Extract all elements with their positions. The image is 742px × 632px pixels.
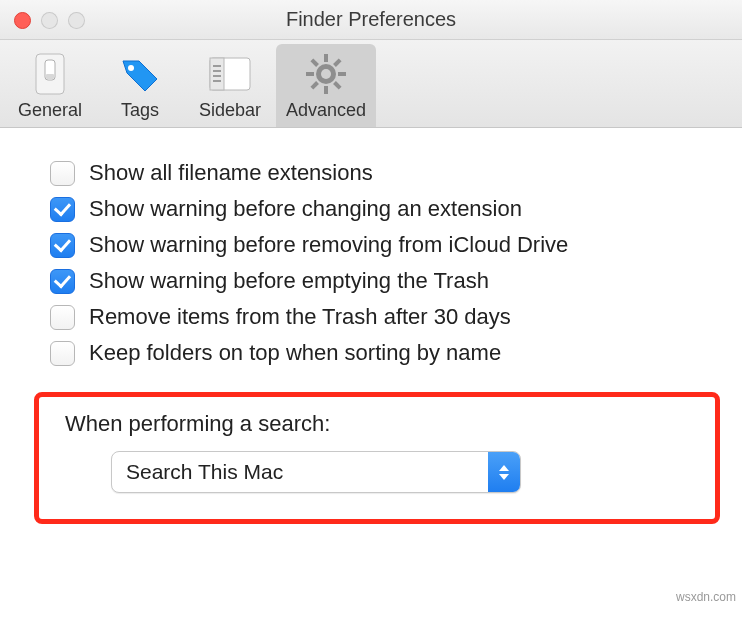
tab-label: Sidebar (199, 100, 261, 121)
tab-sidebar[interactable]: Sidebar (186, 44, 274, 127)
checkbox[interactable] (50, 341, 75, 366)
search-section-label: When performing a search: (65, 411, 695, 437)
sidebar-icon (206, 50, 254, 98)
svg-rect-17 (310, 58, 318, 66)
svg-rect-11 (324, 54, 328, 62)
checkbox[interactable] (50, 269, 75, 294)
gear-icon (302, 50, 350, 98)
svg-rect-12 (324, 86, 328, 94)
tab-label: General (18, 100, 82, 121)
option-warn-icloud-remove[interactable]: Show warning before removing from iCloud… (50, 232, 706, 258)
checkbox-label: Show warning before emptying the Trash (89, 268, 489, 294)
tab-advanced[interactable]: Advanced (276, 44, 376, 127)
svg-point-3 (128, 65, 134, 71)
select-value: Search This Mac (126, 460, 283, 484)
svg-rect-13 (306, 72, 314, 76)
watermark: wsxdn.com (676, 590, 736, 604)
tab-label: Advanced (286, 100, 366, 121)
svg-rect-2 (46, 74, 54, 79)
checkbox[interactable] (50, 197, 75, 222)
svg-point-19 (321, 69, 331, 79)
svg-rect-5 (210, 58, 224, 90)
checkbox[interactable] (50, 161, 75, 186)
content-area: Show all filename extensions Show warnin… (0, 128, 742, 548)
minimize-button[interactable] (41, 12, 58, 29)
option-auto-remove-trash[interactable]: Remove items from the Trash after 30 day… (50, 304, 706, 330)
checkbox-label: Keep folders on top when sorting by name (89, 340, 501, 366)
tab-label: Tags (121, 100, 159, 121)
titlebar: Finder Preferences (0, 0, 742, 40)
search-scope-select[interactable]: Search This Mac (111, 451, 521, 493)
search-section-highlight: When performing a search: Search This Ma… (34, 392, 720, 524)
chevron-up-down-icon (488, 452, 520, 492)
preferences-window: Finder Preferences General Tags (0, 0, 742, 548)
traffic-lights (14, 12, 85, 29)
option-warn-extension-change[interactable]: Show warning before changing an extensio… (50, 196, 706, 222)
checkbox-label: Show warning before changing an extensio… (89, 196, 522, 222)
general-icon (26, 50, 74, 98)
svg-rect-18 (333, 81, 341, 89)
checkbox[interactable] (50, 305, 75, 330)
close-button[interactable] (14, 12, 31, 29)
tags-icon (116, 50, 164, 98)
svg-rect-15 (333, 58, 341, 66)
svg-rect-14 (338, 72, 346, 76)
checkbox-label: Show warning before removing from iCloud… (89, 232, 568, 258)
maximize-button[interactable] (68, 12, 85, 29)
tab-tags[interactable]: Tags (96, 44, 184, 127)
option-show-extensions[interactable]: Show all filename extensions (50, 160, 706, 186)
window-title: Finder Preferences (0, 8, 742, 31)
option-folders-on-top[interactable]: Keep folders on top when sorting by name (50, 340, 706, 366)
checkbox[interactable] (50, 233, 75, 258)
checkbox-label: Remove items from the Trash after 30 day… (89, 304, 511, 330)
tab-general[interactable]: General (6, 44, 94, 127)
toolbar: General Tags Sid (0, 40, 742, 128)
svg-rect-16 (310, 81, 318, 89)
option-warn-empty-trash[interactable]: Show warning before emptying the Trash (50, 268, 706, 294)
checkbox-label: Show all filename extensions (89, 160, 373, 186)
